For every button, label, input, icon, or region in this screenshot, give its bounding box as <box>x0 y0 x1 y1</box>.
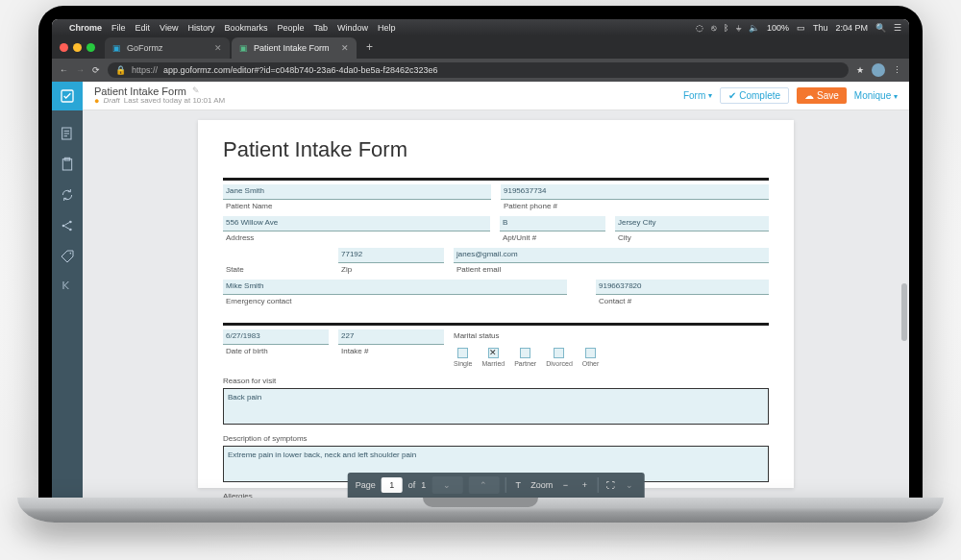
email-label: Patient email <box>454 263 769 276</box>
emergency-phone-field[interactable]: 9196637820 <box>596 280 769 295</box>
section-rule <box>223 178 769 181</box>
prev-page-button[interactable]: ⌄ <box>431 476 462 494</box>
separator <box>597 477 598 493</box>
forms-rail-icon[interactable] <box>60 126 75 141</box>
tab-close-icon[interactable]: ✕ <box>341 43 349 53</box>
patient-phone-field[interactable]: 9195637734 <box>501 184 769 200</box>
page-number-input[interactable]: 1 <box>382 477 403 493</box>
next-page-button[interactable]: ⌃ <box>468 476 499 494</box>
zoom-out-button[interactable]: − <box>558 478 572 492</box>
fullscreen-icon[interactable]: ⛶ <box>604 478 617 492</box>
marital-divorced-checkbox[interactable] <box>554 348 564 358</box>
tag-rail-icon[interactable] <box>60 249 75 264</box>
draft-status-icon: ● <box>94 97 99 107</box>
share-rail-icon[interactable] <box>60 218 75 233</box>
marital-status-label: Marital status <box>454 329 500 340</box>
battery-percent: 100% <box>767 23 789 33</box>
nav-forward-icon[interactable]: → <box>76 65 85 75</box>
extension-icon[interactable]: ★ <box>856 65 864 75</box>
close-toolbar-icon[interactable]: ⌄ <box>623 478 636 492</box>
check-icon: ✔ <box>728 90 736 101</box>
patient-name-field[interactable]: Jane Smith <box>223 184 491 200</box>
clipboard-rail-icon[interactable] <box>60 157 75 172</box>
intake-number-label: Intake # <box>338 345 444 357</box>
menubar-item[interactable]: Tab <box>313 23 328 33</box>
menubar-app[interactable]: Chrome <box>69 23 102 33</box>
sync-rail-icon[interactable] <box>60 187 75 203</box>
profile-avatar[interactable] <box>872 63 885 77</box>
apt-field[interactable]: B <box>500 216 605 231</box>
window-maximize[interactable] <box>86 43 95 52</box>
edit-title-icon[interactable]: ✎ <box>192 86 200 96</box>
lock-icon: 🔒 <box>115 65 126 75</box>
marital-single-checkbox[interactable] <box>457 348 468 358</box>
patient-phone-label: Patient phone # <box>501 200 769 212</box>
dob-label: Date of birth <box>223 345 329 357</box>
page-toolbar: Page 1 of 1 ⌄ ⌃ T Zoom − + ⛶ <box>348 473 645 498</box>
main-column: Patient Intake Form ✎ ● Draft Last saved… <box>83 82 909 498</box>
browser-tab-active[interactable]: ▣ Patient Intake Form ✕ <box>232 37 357 59</box>
laptop-base <box>17 498 944 523</box>
menubar-item[interactable]: View <box>160 23 178 33</box>
app-logo[interactable] <box>52 82 83 110</box>
url-bar[interactable]: 🔒 https:// app.goformz.com/editor#?id=c0… <box>108 62 849 78</box>
status-icon: ◌ <box>696 23 703 33</box>
nav-reload-icon[interactable]: ⟳ <box>92 65 100 75</box>
tab-title: Patient Intake Form <box>254 43 330 53</box>
menubar-item[interactable]: Bookmarks <box>224 23 267 33</box>
emergency-name-field[interactable]: Mike Smith <box>223 280 567 295</box>
browser-menu-icon[interactable]: ⋮ <box>893 65 901 75</box>
zip-field[interactable]: 77192 <box>338 248 444 263</box>
new-tab-button[interactable]: + <box>358 40 381 54</box>
checkbox-label: Married <box>481 360 505 367</box>
intake-number-field[interactable]: 227 <box>338 329 444 345</box>
menu-icon[interactable]: ☰ <box>894 23 901 33</box>
symptoms-label: Description of symptoms <box>223 434 769 443</box>
status-icon: ⎋ <box>711 23 716 33</box>
zoom-in-button[interactable]: + <box>578 478 591 492</box>
form-dropdown[interactable]: Form ▾ <box>683 90 712 101</box>
checkbox-label: Divorced <box>546 360 573 367</box>
complete-button[interactable]: ✔ Complete <box>720 87 789 104</box>
menubar-item[interactable]: File <box>111 23 126 33</box>
emergency-name-label: Emergency contact <box>223 295 567 307</box>
battery-icon: ▭ <box>797 23 805 33</box>
menubar-item[interactable]: History <box>187 23 214 33</box>
window-minimize[interactable] <box>73 43 82 52</box>
marital-other-checkbox[interactable] <box>585 348 596 358</box>
menubar-item[interactable]: Edit <box>136 23 151 33</box>
checkbox-label: Other <box>582 360 600 367</box>
browser-tab[interactable]: ▣ GoFormz ✕ <box>105 37 230 59</box>
city-field[interactable]: Jersey City <box>615 216 769 231</box>
chevron-down-icon: ▾ <box>894 92 898 101</box>
checkbox-label: Single <box>454 360 472 367</box>
user-menu[interactable]: Monique ▾ <box>854 90 898 101</box>
menubar-item[interactable]: People <box>277 23 304 33</box>
window-close[interactable] <box>60 43 68 52</box>
marital-married-checkbox[interactable] <box>488 348 499 358</box>
svg-point-6 <box>69 229 72 231</box>
left-rail <box>52 82 83 498</box>
scrollbar-track[interactable] <box>899 110 907 498</box>
document-viewport[interactable]: Patient Intake Form Jane Smith Patient N… <box>83 110 909 498</box>
menubar-item[interactable]: Help <box>378 23 396 33</box>
svg-point-5 <box>69 221 72 224</box>
email-field[interactable]: janes@gmail.com <box>454 248 769 263</box>
scrollbar-thumb[interactable] <box>901 283 907 341</box>
address-field[interactable]: 556 Willow Ave <box>223 216 490 231</box>
nav-back-icon[interactable]: ← <box>60 65 68 75</box>
bluetooth-icon: ᛒ <box>724 23 728 33</box>
menubar-item[interactable]: Window <box>337 23 368 33</box>
state-field[interactable] <box>223 248 329 263</box>
apt-label: Apt/Unit # <box>500 231 605 244</box>
dob-field[interactable]: 6/27/1983 <box>223 329 329 345</box>
text-tool-icon[interactable]: T <box>511 478 525 492</box>
collapse-rail-icon[interactable] <box>60 278 75 293</box>
tab-close-icon[interactable]: ✕ <box>214 43 222 53</box>
reason-field[interactable]: Back pain <box>223 388 769 425</box>
page-of-label: of <box>408 480 416 490</box>
marital-partner-checkbox[interactable] <box>520 348 530 358</box>
search-icon[interactable]: 🔍 <box>875 23 886 33</box>
save-button[interactable]: ☁ Save <box>797 87 847 104</box>
volume-icon: 🔈 <box>749 23 759 33</box>
